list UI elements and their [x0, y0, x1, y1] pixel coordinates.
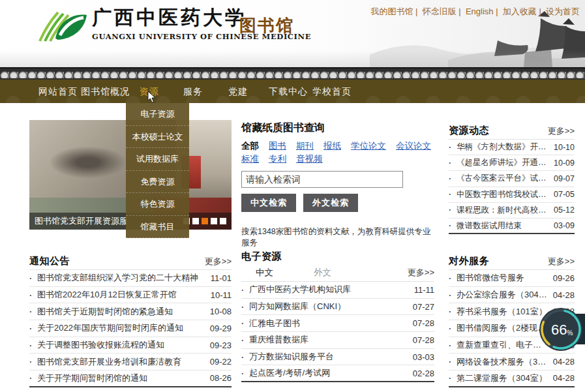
e-resource-item-text[interactable]: 汇雅电子图书 [249, 318, 409, 329]
nav-item[interactable]: 下载中心 [269, 80, 308, 103]
nav-item[interactable]: 学校首页 [312, 80, 352, 103]
dropdown-menu-item[interactable]: 免费资源 [126, 171, 189, 194]
news-item[interactable]: 中医数字图书馆我校试用通 07-05 [449, 187, 575, 203]
notice-item-text[interactable]: 图书馆2022年10月12日恢复正常开馆 [37, 289, 207, 301]
header-link[interactable]: 我的图书馆 [370, 7, 422, 16]
notice-item-text[interactable]: 图书馆党支部组织深入学习党的二十大精神 [37, 272, 207, 284]
search-tab[interactable]: 学位论文 [351, 140, 386, 153]
e-resources-list: 广西中医药大学机构知识库 11-11 同方知网数据库（CNKI） 07-27 汇… [241, 282, 434, 382]
news-item-text[interactable]: 微谱数据试用结束 [457, 220, 550, 232]
service-item[interactable]: 图书馆微信号服务 09-26 [449, 270, 575, 287]
e-resources-more-link[interactable]: 更多>> [408, 267, 434, 279]
notice-item-date: 10-11 [211, 290, 232, 300]
nav-item[interactable]: 图书馆概况 [81, 80, 130, 103]
notice-item-text[interactable]: 关于调整图书验收报账流程的通知 [37, 339, 206, 351]
service-item[interactable]: 办公室综合服务（304室） 04-28 [449, 287, 575, 304]
news-item-text[interactable]: 课程思政：新时代高校课程 [457, 205, 550, 216]
dropdown-menu-item[interactable]: 馆藏书目 [126, 216, 189, 239]
chinese-search-button[interactable]: 中文检索 [241, 194, 296, 212]
search-tab[interactable]: 报纸 [323, 140, 341, 153]
service-item-text[interactable]: 查新查重查引、电子资源服务 [457, 339, 549, 351]
service-item-text[interactable]: 办公室综合服务（304室） [457, 289, 549, 301]
service-item-text[interactable]: 图书馆微信号服务 [457, 272, 549, 284]
notice-item[interactable]: 关于调整图书验收报账流程的通知 09-23 [29, 337, 232, 354]
notice-item[interactable]: 关于开学期间暂时闭馆的通知 08-26 [29, 370, 232, 387]
carousel-pagination [183, 218, 226, 224]
notice-item-text[interactable]: 关于2022年国庆节期间暂时闭库的通知 [37, 322, 206, 334]
foreign-search-button[interactable]: 外文检索 [303, 194, 358, 212]
e-resource-item[interactable]: 同方知网数据库（CNKI） 07-27 [241, 299, 434, 316]
nav-item[interactable]: 党建 [228, 80, 248, 103]
news-item[interactable]: 《超星名师讲坛》开通试用 10-09 [449, 155, 575, 171]
notice-item-text[interactable]: 关于开学期间暂时闭馆的通知 [37, 372, 206, 384]
leaf-logo-icon [36, 9, 88, 43]
header-link[interactable]: 怀念旧版 [423, 7, 466, 16]
header-link[interactable]: 加入收藏 [503, 7, 546, 16]
header-link[interactable]: English [466, 7, 503, 16]
service-item-text[interactable]: 图书借阅服务（2楼现刊室） [457, 322, 549, 334]
news-item[interactable]: 微谱数据试用结束 03-09 [449, 219, 575, 234]
service-item[interactable]: 网络设备技术服务（328室） 04-28 [449, 354, 575, 370]
services-more-link[interactable]: 更多>> [548, 256, 575, 267]
notices-more-link[interactable]: 更多>> [205, 256, 232, 267]
bullet-icon [29, 373, 37, 383]
carousel-dot[interactable] [220, 218, 226, 224]
dropdown-menu-item[interactable]: 本校硕士论文 [126, 126, 189, 149]
search-tab[interactable]: 音视频 [296, 153, 323, 166]
notice-item[interactable]: 图书馆2022年10月12日恢复正常开馆 10-11 [29, 287, 232, 304]
search-tab[interactable]: 图书 [269, 140, 286, 153]
e-resource-item-text[interactable]: 广西中医药大学机构知识库 [249, 284, 410, 295]
resource-news-more-link[interactable]: 更多>> [548, 125, 575, 137]
news-item-date: 10-09 [554, 158, 575, 168]
dropdown-menu-item[interactable]: 特色资源 [126, 193, 189, 216]
search-tab[interactable]: 全部 [241, 140, 259, 153]
bullet-icon [241, 302, 249, 312]
service-item-text[interactable]: 第二课堂服务（304室） [457, 372, 549, 384]
nav-item[interactable]: 服务 [183, 80, 203, 103]
notice-item-text[interactable]: 图书馆关于近期暂时闭馆的紧急通知 [37, 306, 206, 318]
carousel-dot[interactable] [202, 218, 208, 224]
search-input[interactable] [241, 171, 403, 188]
notice-item[interactable]: 关于2022年国庆节期间暂时闭库的通知 09-29 [29, 320, 232, 337]
e-resources-tab[interactable]: 外文 [314, 267, 331, 279]
notice-item[interactable]: 图书馆党支部组织深入学习党的二十大精神 11-01 [29, 270, 232, 287]
search-tab[interactable]: 标准 [241, 153, 259, 166]
notice-item-text[interactable]: 图书馆党支部开展业务培训和廉洁教育 [37, 356, 206, 368]
search-tab[interactable]: 专利 [269, 153, 286, 166]
header-link[interactable]: 设为首页 [546, 7, 580, 16]
news-item[interactable]: 课程思政：新时代高校课程 05-12 [449, 203, 575, 219]
news-item-text[interactable]: 《古今医案云平台》试用通 [457, 173, 550, 184]
notice-item[interactable]: 图书馆关于近期暂时闭馆的紧急通知 10-08 [29, 303, 232, 320]
news-item-text[interactable]: 《超星名师讲坛》开通试用 [457, 157, 550, 168]
search-tabs-row2: 标准专利音视频 [241, 153, 434, 166]
news-item-date: 10-10 [554, 143, 575, 152]
service-item-text[interactable]: 荐书采书服务（101室） [457, 306, 549, 318]
e-resource-item[interactable]: 汇雅电子图书 07-28 [241, 315, 434, 332]
search-tab[interactable]: 会议论文 [396, 140, 431, 153]
dropdown-menu-item[interactable]: 电子资源 [126, 103, 189, 126]
e-resource-item-text[interactable]: 万方数据知识服务平台 [249, 351, 409, 363]
e-resource-item[interactable]: 广西中医药大学机构知识库 11-11 [241, 282, 434, 299]
notice-item[interactable]: 图书馆党支部开展业务培训和廉洁教育 09-22 [29, 354, 232, 370]
carousel-dot[interactable] [192, 218, 199, 224]
e-resource-item[interactable]: 万方数据知识服务平台 03-03 [241, 349, 434, 366]
resource-news-header: 资源动态 更多>> [449, 123, 575, 140]
e-resource-item-text[interactable]: 重庆维普数据库 [249, 334, 409, 346]
news-item[interactable]: 《古今医案云平台》试用通 09-07 [449, 171, 575, 187]
e-resource-item-text[interactable]: 起点医考/考研/考试网 [249, 367, 409, 379]
service-item[interactable]: 第二课堂服务（304室） 04-28 [449, 370, 575, 387]
service-item-text[interactable]: 网络设备技术服务（328室） [457, 356, 549, 368]
notices-list: 图书馆党支部组织深入学习党的二十大精神 11-01 图书馆2022年10月12日… [29, 270, 232, 387]
e-resource-item-text[interactable]: 同方知网数据库（CNKI） [249, 301, 409, 312]
progress-indicator[interactable]: 66% [539, 307, 583, 352]
search-tab[interactable]: 期刊 [296, 140, 314, 153]
nav-item[interactable]: 网站首页 [38, 80, 78, 103]
e-resource-item[interactable]: 重庆维普数据库 07-28 [241, 332, 434, 349]
e-resources-tab[interactable]: 中文 [256, 267, 273, 279]
news-item[interactable]: 华柄《方剂大数据》开通试 10-10 [449, 140, 575, 155]
e-resource-item[interactable]: 起点医考/考研/考试网 02-28 [241, 365, 434, 382]
dropdown-menu-item[interactable]: 试用数据库 [126, 148, 189, 171]
news-item-text[interactable]: 中医数字图书馆我校试用通 [457, 189, 550, 200]
carousel-dot[interactable] [211, 218, 217, 224]
news-item-text[interactable]: 华柄《方剂大数据》开通试 [457, 142, 550, 153]
